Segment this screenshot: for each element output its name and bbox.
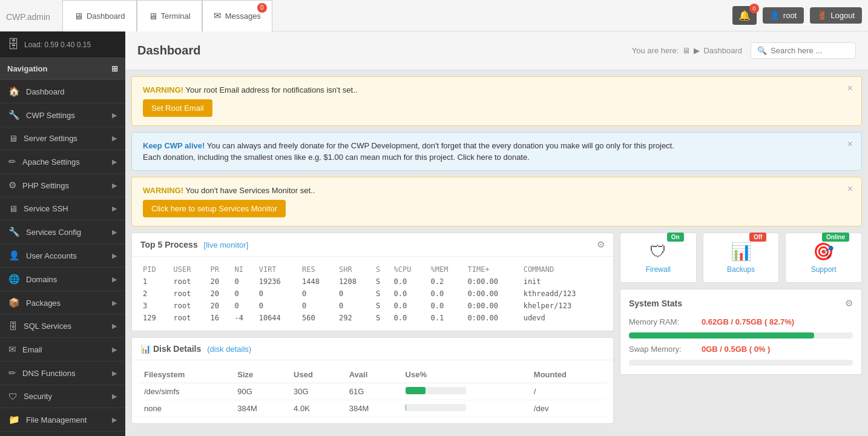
sidebar-item-server-settings[interactable]: 🖥 Server Settings ▶ [0, 127, 125, 150]
nav-header-icon[interactable]: ⊞ [111, 64, 118, 73]
sidebar-label-cwp-settings: CWP Settings [26, 111, 75, 120]
sidebar-item-email[interactable]: ✉ Email ▶ [0, 338, 125, 362]
logout-button[interactable]: 🚪 Logout [810, 7, 862, 24]
sidebar-label-email: Email [22, 345, 42, 354]
col-pid: PID [139, 264, 169, 275]
search-icon: 🔍 [757, 46, 767, 55]
disk-link[interactable]: (disk details) [207, 345, 251, 354]
sidebar-label-dashboard: Dashboard [26, 87, 65, 96]
col-res: RES [298, 264, 334, 275]
user-button[interactable]: 👤 root [763, 7, 804, 24]
notifications-badge: 0 [749, 4, 759, 13]
globe-icon: 🌐 [8, 274, 20, 285]
topbar-right: 🔔 0 👤 root 🚪 Logout [732, 6, 862, 25]
table-row: none384M4.0K384M/dev [138, 400, 607, 417]
sidebar-item-apache-settings[interactable]: ✏ Apache Settings ▶ [0, 150, 125, 174]
swap-stat-row: Swap Memory: 0GB / 0.5GB ( 0% ) [629, 345, 853, 354]
logout-icon: 🚪 [817, 11, 827, 20]
table-row: /dev/simfs90G30G61G/ [138, 383, 607, 400]
disk-col-usepct: Use% [399, 366, 528, 383]
disk-col-avail: Avail [343, 366, 399, 383]
sidebar-label-service-ssh: Service SSH [24, 204, 68, 213]
stats-settings-icon[interactable]: ⚙ [845, 298, 853, 309]
memory-bar-fill [629, 332, 814, 339]
disk-col-size: Size [231, 366, 288, 383]
col-mem: %MEM [427, 264, 463, 275]
table-row: 129root16-410644560292S0.00.10:00.00udev… [139, 312, 606, 323]
sidebar-nav-header: Navigation ⊞ [0, 58, 125, 80]
panel-header-disk: 📊 Disk Details (disk details) [132, 338, 613, 360]
sidebar-item-dns-functions[interactable]: ✏ DNS Functions ▶ [0, 362, 125, 385]
support-icon: 🎯 [813, 242, 834, 262]
firewall-label: Firewall [646, 265, 671, 274]
chevron-right-icon-13: ▶ [112, 392, 117, 400]
sidebar-label-server-settings: Server Settings [24, 134, 77, 143]
table-row: 2root200000S0.00.00:00.00kthreadd/123 [139, 288, 606, 299]
service-card-firewall[interactable]: On 🛡 Firewall [620, 233, 697, 283]
tab-terminal[interactable]: 🖥 Terminal [137, 0, 202, 31]
sidebar-item-user-accounts[interactable]: 👤 User Accounts ▶ [0, 244, 125, 268]
disk-table: Filesystem Size Used Avail Use% Mounted … [138, 366, 607, 417]
tab-terminal-label: Terminal [161, 12, 191, 21]
sidebar-item-service-ssh[interactable]: 🖥 Service SSH ▶ [0, 197, 125, 220]
sidebar-item-security[interactable]: 🛡 Security ▶ [0, 385, 125, 408]
search-input[interactable] [771, 46, 849, 55]
backups-label: Backups [727, 265, 755, 274]
sidebar-item-php-settings[interactable]: ⚙ PHP Settings ▶ [0, 174, 125, 197]
database-icon: 🗄 [7, 38, 19, 51]
package-icon: 📦 [8, 297, 20, 308]
sidebar-item-domains[interactable]: 🌐 Domains ▶ [0, 268, 125, 291]
chevron-right-icon-11: ▶ [112, 346, 117, 354]
breadcrumb-prefix: You are here: [632, 46, 679, 55]
disk-details-panel: 📊 Disk Details (disk details) Filesystem… [131, 337, 614, 424]
notifications-button[interactable]: 🔔 0 [732, 6, 757, 25]
setup-services-monitor-button[interactable]: Click here to setup Services Monitor [143, 200, 286, 217]
topbar-left: CWP.admin 🖥 Dashboard 🖥 Terminal ✉ Messa… [6, 0, 272, 31]
sidebar-item-services-config[interactable]: 🔧 Services Config ▶ [0, 220, 125, 244]
panel-header-top5: Top 5 Process [live monitor] ⚙ [132, 233, 613, 257]
envelope-icon: ✉ [214, 10, 222, 21]
user-icon: 👤 [770, 11, 780, 20]
sidebar-label-apache-settings: Apache Settings [22, 157, 80, 167]
chevron-right-icon-2: ▶ [112, 134, 117, 142]
alert-message-2: You can always and freely donate for the… [207, 141, 674, 150]
tab-messages[interactable]: ✉ Messages 0 [202, 0, 272, 31]
col-s: S [372, 264, 389, 275]
col-time: TIME+ [464, 264, 518, 275]
sidebar-item-cwp-settings[interactable]: 🔧 CWP Settings ▶ [0, 104, 125, 127]
alert-root-email: × WARNING! Your root Email address for n… [131, 76, 862, 126]
memory-label: Memory RAM: [629, 317, 695, 326]
chevron-right-icon-12: ▶ [112, 369, 117, 377]
alert-close-button-1[interactable]: × [847, 83, 853, 94]
user-label: root [783, 11, 797, 20]
service-card-backups[interactable]: Off 📊 Backups [703, 233, 780, 283]
col-ni: NI [231, 264, 254, 275]
disk-chart-icon: 📊 [140, 344, 151, 354]
chevron-right-icon-7: ▶ [112, 252, 117, 260]
sidebar-item-dashboard[interactable]: 🏠 Dashboard [0, 80, 125, 104]
sidebar-item-packages[interactable]: 📦 Packages ▶ [0, 291, 125, 315]
service-card-support[interactable]: Online 🎯 Support [785, 233, 862, 283]
col-shr: SHR [335, 264, 371, 275]
swap-progress-bar [629, 360, 853, 366]
page-title: Dashboard [137, 44, 200, 58]
stats-title: System Stats [629, 299, 682, 308]
set-root-email-button[interactable]: Set Root Email [143, 99, 212, 117]
top5-settings-icon[interactable]: ⚙ [597, 239, 605, 250]
wrench-icon: 🔧 [8, 110, 20, 121]
support-label: Support [811, 265, 837, 274]
chevron-right-icon-3: ▶ [112, 158, 117, 166]
content-area: Dashboard You are here: 🖥 ▶ Dashboard 🔍 … [125, 31, 868, 436]
service-icons: On 🛡 Firewall Off 📊 Backups Online 🎯 Sup… [620, 233, 862, 283]
backups-icon: 📊 [731, 242, 752, 262]
monitor-icon: 🖥 [74, 11, 83, 21]
live-monitor-link[interactable]: [live monitor] [204, 240, 249, 249]
alert-close-button-2[interactable]: × [847, 139, 853, 150]
sidebar-item-sql-services[interactable]: 🗄 SQL Services ▶ [0, 315, 125, 338]
sidebar-item-file-management[interactable]: 📁 File Management ▶ [0, 408, 125, 432]
tab-dashboard[interactable]: 🖥 Dashboard [62, 0, 137, 31]
support-badge: Online [822, 233, 849, 242]
alert-close-button-3[interactable]: × [847, 183, 853, 194]
monitor-icon-ssh: 🖥 [8, 203, 18, 214]
search-box[interactable]: 🔍 [751, 42, 856, 59]
